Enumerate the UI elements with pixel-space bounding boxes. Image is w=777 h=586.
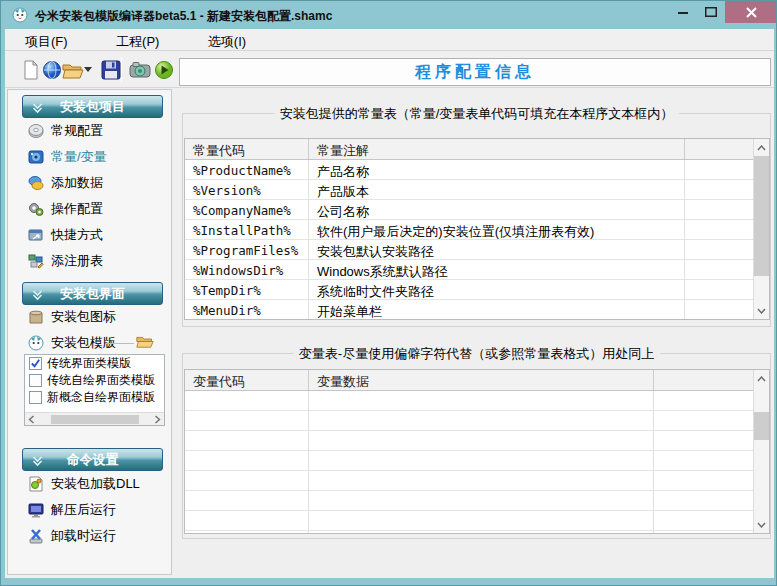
sidebar-item-label: 添注册表 xyxy=(51,252,103,270)
menubar: 项目(F) 工程(P) 选项(I) xyxy=(5,29,774,51)
page-title: 程序配置信息 xyxy=(415,62,535,83)
sidebar-section-package-project[interactable]: 安装包项目 xyxy=(22,95,163,118)
variable-data-cell xyxy=(309,431,654,450)
sidebar-item-run-on-uninstall[interactable]: 卸载时运行 xyxy=(28,527,116,545)
vertical-scroll-thumb[interactable] xyxy=(754,156,769,276)
scroll-up-icon[interactable] xyxy=(754,139,769,156)
save-button[interactable] xyxy=(101,60,121,80)
sidebar-item-package-icon[interactable]: 安装包图标 xyxy=(28,308,116,326)
variables-table[interactable]: 变量代码 变量数据 xyxy=(184,369,770,534)
constant-comment-cell: 开始菜单栏 xyxy=(309,300,685,319)
template-option-label: 传统界面类模版 xyxy=(47,355,131,372)
vertical-scroll-thumb[interactable] xyxy=(754,412,769,440)
variable-data-cell xyxy=(309,511,654,530)
sidebar-item-load-dll[interactable]: 安装包加载DLL xyxy=(28,475,140,493)
template-list[interactable]: 传统界面类模版 传统自绘界面类模版 新概念自绘界面模版 xyxy=(24,354,165,426)
section-title: 安装包项目 xyxy=(60,98,125,116)
sidebar-item-package-template[interactable]: 安装包模版 xyxy=(28,334,116,352)
variable-data-cell xyxy=(309,471,654,490)
close-button[interactable] xyxy=(725,1,777,23)
checkbox-unchecked-icon[interactable] xyxy=(29,391,42,404)
browse-template-folder-icon[interactable] xyxy=(136,334,154,349)
sidebar-item-run-after-extract[interactable]: 解压后运行 xyxy=(28,501,116,519)
variable-code-cell xyxy=(185,471,309,490)
section-title: 安装包界面 xyxy=(60,285,125,303)
open-dropdown-arrow-icon[interactable] xyxy=(84,67,92,72)
column-header-variable-data[interactable]: 变量数据 xyxy=(309,370,654,390)
table-row[interactable] xyxy=(185,471,769,491)
new-file-button[interactable] xyxy=(21,60,41,80)
column-header-empty xyxy=(654,370,769,390)
run-button[interactable] xyxy=(154,60,174,80)
sidebar-item-general-config[interactable]: 常规配置 xyxy=(28,122,103,140)
table-row[interactable]: %TempDir%系统临时文件夹路径 xyxy=(185,280,769,300)
variable-code-cell xyxy=(185,491,309,510)
constants-table-scrollbar[interactable] xyxy=(753,139,769,319)
sidebar-item-label: 解压后运行 xyxy=(51,501,116,519)
chevron-down-icon xyxy=(32,289,43,304)
table-row[interactable]: %InstallPath%软件(用户最后决定的)安装位置(仅填注册表有效) xyxy=(185,220,769,240)
build-button[interactable] xyxy=(129,60,149,80)
table-row[interactable] xyxy=(185,491,769,511)
column-header-constant-comment[interactable]: 常量注解 xyxy=(309,139,685,159)
constants-table[interactable]: 常量代码 常量注解 %ProductName%产品名称%Version%产品版本… xyxy=(184,138,770,320)
package-template-icon xyxy=(28,335,44,351)
constant-code-cell: %ProductName% xyxy=(185,160,309,179)
table-row[interactable]: %ProgramFiles%安装包默认安装路径 xyxy=(185,240,769,260)
open-folder-icon xyxy=(62,60,84,80)
sidebar-item-operation-config[interactable]: 操作配置 xyxy=(28,200,103,218)
toolbar-separator xyxy=(121,57,122,82)
maximize-button[interactable] xyxy=(697,1,725,23)
app-logo-icon xyxy=(12,7,28,23)
variable-code-cell xyxy=(185,391,309,410)
scroll-right-icon[interactable] xyxy=(151,413,164,425)
table-row[interactable]: %ProductName%产品名称 xyxy=(185,160,769,180)
table-row[interactable] xyxy=(185,511,769,531)
table-row[interactable]: %CompanyName%公司名称 xyxy=(185,200,769,220)
sidebar-item-add-registry[interactable]: 添注册表 xyxy=(28,252,103,270)
checkbox-unchecked-icon[interactable] xyxy=(29,374,42,387)
constant-code-cell: %TempDir% xyxy=(185,280,309,299)
sidebar-item-shortcut[interactable]: 快捷方式 xyxy=(28,226,103,244)
chevron-down-icon xyxy=(32,102,43,117)
page-title-box: 程序配置信息 xyxy=(179,58,771,86)
template-option-new-concept[interactable]: 新概念自绘界面模版 xyxy=(25,389,164,406)
horizontal-scroll-thumb[interactable] xyxy=(51,415,139,424)
horizontal-scrollbar[interactable] xyxy=(25,412,164,425)
column-header-constant-code[interactable]: 常量代码 xyxy=(185,139,309,159)
scroll-up-icon[interactable] xyxy=(754,370,769,387)
template-group-line xyxy=(106,343,134,344)
checkbox-checked-icon[interactable] xyxy=(29,357,42,370)
open-file-button[interactable] xyxy=(62,60,82,80)
variables-table-scrollbar[interactable] xyxy=(753,370,769,533)
template-option-traditional-custom[interactable]: 传统自绘界面类模版 xyxy=(25,372,164,389)
table-row[interactable]: %WindowsDir%Windows系统默认路径 xyxy=(185,260,769,280)
table-row[interactable] xyxy=(185,451,769,471)
table-row[interactable]: %Version%产品版本 xyxy=(185,180,769,200)
template-option-traditional[interactable]: 传统界面类模版 xyxy=(25,355,164,372)
maximize-icon xyxy=(705,7,717,17)
build-icon xyxy=(129,60,151,80)
table-row[interactable] xyxy=(185,391,769,411)
minimize-button[interactable] xyxy=(669,1,697,23)
workspace-button[interactable] xyxy=(42,60,62,80)
empty-cell xyxy=(654,411,769,430)
window-title: 兮米安装包模版编译器beta5.1 - 新建安装包配置.shamc xyxy=(35,8,332,25)
sidebar-item-add-data[interactable]: 添加数据 xyxy=(28,174,103,192)
sidebar-section-package-ui[interactable]: 安装包界面 xyxy=(22,282,163,305)
scroll-down-icon[interactable] xyxy=(754,302,769,319)
titlebar[interactable]: 兮米安装包模版编译器beta5.1 - 新建安装包配置.shamc xyxy=(1,1,776,29)
table-row[interactable] xyxy=(185,411,769,431)
table-row[interactable]: %MenuDir%开始菜单栏 xyxy=(185,300,769,319)
sidebar-item-const-var[interactable]: 常量/变量 xyxy=(28,148,107,166)
table-row[interactable] xyxy=(185,531,769,533)
scroll-down-icon[interactable] xyxy=(754,516,769,533)
run-icon xyxy=(154,60,174,80)
column-header-variable-code[interactable]: 变量代码 xyxy=(185,370,309,390)
scroll-left-icon[interactable] xyxy=(25,413,38,425)
sidebar-section-command-settings[interactable]: 命令设置 xyxy=(22,448,163,471)
constant-comment-cell: 产品版本 xyxy=(309,180,685,199)
constants-table-header: 常量代码 常量注解 xyxy=(185,139,769,160)
table-row[interactable] xyxy=(185,431,769,451)
constant-code-cell: %MenuDir% xyxy=(185,300,309,319)
